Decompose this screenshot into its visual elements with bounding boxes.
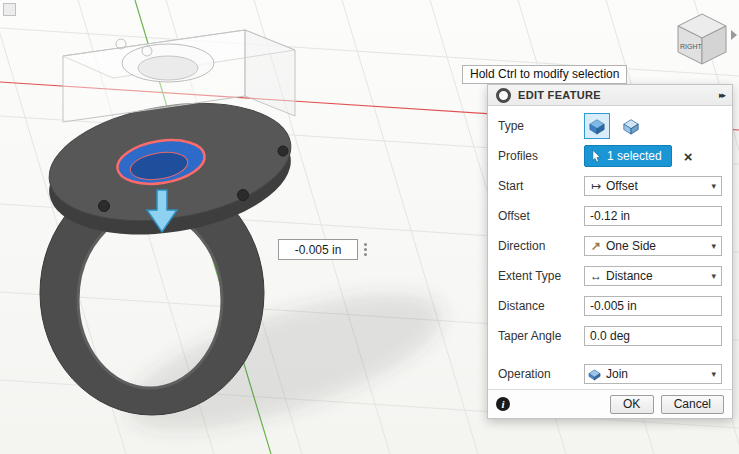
profiles-selected-count: 1 selected <box>607 149 662 163</box>
direction-dropdown[interactable]: ↗ One Side ▾ <box>584 236 722 256</box>
drag-grip-icon[interactable] <box>358 239 372 260</box>
feature-icon <box>496 88 511 103</box>
viewcube-face-label: RIGHT <box>680 43 703 50</box>
dialog-footer: i OK Cancel <box>488 389 732 418</box>
chevron-down-icon: ▾ <box>709 271 718 281</box>
row-spacer <box>488 351 732 359</box>
chevron-down-icon: ▾ <box>709 241 718 251</box>
offset-label: Offset <box>498 209 584 223</box>
extent-type-label: Extent Type <box>498 269 584 283</box>
dialog-title: EDIT FEATURE <box>518 89 715 101</box>
direction-value: One Side <box>604 239 709 253</box>
plate-hole <box>99 201 110 212</box>
start-label: Start <box>498 179 584 193</box>
extrude-solid-icon[interactable] <box>584 113 610 139</box>
row-distance: Distance <box>488 291 732 321</box>
chevron-down-icon: ▾ <box>709 369 718 379</box>
row-offset: Offset <box>488 201 732 231</box>
start-value: Offset <box>604 179 709 193</box>
distance-dimension-input[interactable] <box>278 239 358 260</box>
plate-hole <box>238 190 249 201</box>
operation-value: Join <box>604 367 709 381</box>
row-extent-type: Extent Type ↔ Distance ▾ <box>488 261 732 291</box>
direction-label: Direction <box>498 239 584 253</box>
plate-hole <box>278 146 288 156</box>
row-operation: Operation Join ▾ <box>488 359 732 389</box>
extent-type-value: Distance <box>604 269 709 283</box>
distance-extent-icon: ↔ <box>588 269 604 283</box>
one-side-arrow-icon: ↗ <box>588 239 604 253</box>
dialog-body: Type <box>488 106 732 389</box>
fusion-viewport: RIGHT Hold Ctrl to modify selection EDIT… <box>0 0 739 454</box>
dialog-header[interactable]: EDIT FEATURE ▸▸ <box>488 85 732 106</box>
profiles-label: Profiles <box>498 149 584 163</box>
distance-label: Distance <box>498 299 584 313</box>
expand-dialog-icon[interactable]: ▸▸ <box>715 90 724 100</box>
join-operation-icon <box>588 368 604 381</box>
distance-input[interactable] <box>584 296 722 316</box>
row-type: Type <box>488 111 732 141</box>
floating-dimension <box>278 239 372 260</box>
row-profiles: Profiles 1 selected × <box>488 141 732 171</box>
row-direction: Direction ↗ One Side ▾ <box>488 231 732 261</box>
chevron-down-icon: ▾ <box>709 181 718 191</box>
clear-selection-icon[interactable]: × <box>684 149 693 164</box>
selection-tooltip: Hold Ctrl to modify selection <box>462 65 627 84</box>
viewcube-rotate-arrow-icon[interactable] <box>731 30 737 40</box>
offset-plane-icon: ↦ <box>588 179 604 193</box>
cancel-button[interactable]: Cancel <box>661 395 724 414</box>
edit-feature-dialog: EDIT FEATURE ▸▸ Type <box>487 84 733 419</box>
type-label: Type <box>498 119 584 133</box>
operation-label: Operation <box>498 367 584 381</box>
extrude-thin-icon[interactable] <box>618 113 644 139</box>
ring-inner-rim <box>78 212 222 388</box>
offset-input[interactable] <box>584 206 722 226</box>
operation-dropdown[interactable]: Join ▾ <box>584 364 722 384</box>
row-start: Start ↦ Offset ▾ <box>488 171 732 201</box>
taper-angle-input[interactable] <box>584 326 722 346</box>
extent-type-dropdown[interactable]: ↔ Distance ▾ <box>584 266 722 286</box>
canvas-corner-icon[interactable] <box>3 3 16 16</box>
ok-button[interactable]: OK <box>610 395 654 414</box>
model-shadow <box>113 265 457 454</box>
row-taper-angle: Taper Angle <box>488 321 732 351</box>
profiles-selected-button[interactable]: 1 selected <box>584 145 672 167</box>
start-dropdown[interactable]: ↦ Offset ▾ <box>584 176 722 196</box>
info-icon[interactable]: i <box>496 397 510 411</box>
cursor-icon <box>591 149 602 163</box>
viewcube[interactable]: RIGHT <box>678 14 737 64</box>
taper-angle-label: Taper Angle <box>498 329 584 343</box>
